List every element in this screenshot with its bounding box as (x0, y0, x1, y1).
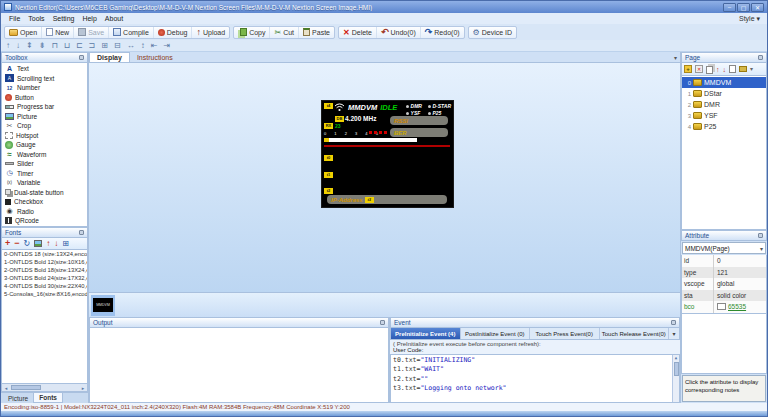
device-id-button[interactable]: Device ID (469, 27, 517, 38)
attribute-row-id[interactable]: id 0 (682, 255, 766, 267)
menu-setting[interactable]: Setting (49, 15, 79, 22)
delete-page-icon[interactable] (695, 65, 703, 73)
toolbox-item-picture[interactable]: Picture (2, 112, 87, 122)
color-swatch[interactable] (717, 303, 726, 310)
new-button[interactable]: New (42, 27, 74, 38)
attribute-row-type[interactable]: type 121 (682, 267, 766, 279)
component-badge[interactable]: t2 (324, 188, 333, 194)
redo-button[interactable]: Redo(0) (421, 27, 464, 38)
align-bottom-icon[interactable]: ⊔ (64, 42, 70, 50)
compile-button[interactable]: Compile (109, 27, 154, 38)
paste-button[interactable]: Paste (299, 27, 334, 38)
fonts-horizontal-scrollbar[interactable]: ◂ ▸ (1, 384, 88, 392)
pin-icon[interactable] (79, 230, 84, 235)
add-page-icon[interactable] (684, 65, 692, 73)
output-console[interactable] (89, 328, 389, 403)
toolbox-item-dual-state-button[interactable]: Dual-state button (2, 188, 87, 198)
maximize-button[interactable]: ▢ (737, 3, 750, 12)
toolbox-item-slider[interactable]: Slider (2, 159, 87, 169)
upload-button[interactable]: Upload (192, 27, 229, 38)
add-font-icon[interactable] (5, 239, 10, 248)
component-badge[interactable]: DB (335, 116, 344, 122)
scroll-left-icon[interactable]: ◂ (2, 385, 10, 391)
page-up-icon[interactable] (716, 66, 720, 73)
toolbox-item-crop[interactable]: Crop (2, 121, 87, 131)
toolbox-item-gauge[interactable]: Gauge (2, 140, 87, 150)
pin-icon[interactable] (671, 320, 676, 325)
send-back-icon[interactable]: ⇟ (39, 42, 46, 50)
design-canvas[interactable]: t4 MMDVM IDLE DMR D-STAR (89, 63, 680, 292)
toolbox-item-variable[interactable]: Variable (2, 178, 87, 188)
pin-icon[interactable] (380, 320, 385, 325)
bring-front-icon[interactable]: ⇞ (26, 42, 33, 50)
page-lock-icon[interactable] (739, 66, 747, 72)
page-item-dmr[interactable]: 2 DMR (682, 99, 766, 110)
align-v-center-icon[interactable]: ⇥ (163, 42, 170, 50)
insert-page-icon[interactable] (729, 65, 736, 73)
tab-instructions[interactable]: Instructions (130, 52, 180, 62)
page-item-ysf[interactable]: 3 YSF (682, 110, 766, 121)
component-badge[interactable]: t4 (324, 103, 333, 109)
copy-page-icon[interactable] (706, 66, 713, 74)
component-badge[interactable]: t1 (324, 172, 333, 178)
same-width-icon[interactable]: ⊟ (114, 42, 121, 50)
tab-display[interactable]: Display (89, 52, 130, 62)
tab-touch-release-event[interactable]: Touch Release Event(0) (600, 328, 670, 339)
tab-touch-press-event[interactable]: Touch Press Event(0) (530, 328, 600, 339)
scroll-right-icon[interactable]: ▸ (79, 385, 87, 391)
toolbox-item-progress-bar[interactable]: Progress bar (2, 102, 87, 112)
toolbox-item-qrcode[interactable]: QRcode (2, 216, 87, 226)
menu-about[interactable]: About (101, 15, 127, 22)
toolbox-item-checkbox[interactable]: Checkbox (2, 197, 87, 207)
attribute-row-vscope[interactable]: vscope global (682, 278, 766, 290)
delete-button[interactable]: Delete (339, 27, 377, 38)
font-list-item[interactable]: 3-ONTLDS Bold 24(size:17X32,encode:iso-8 (2, 275, 87, 283)
font-list-item[interactable]: 5-Consolas_16(size:8X16,encode:ascii,gat… (2, 291, 87, 299)
component-selector[interactable]: MMDVM(Page) ▾ (682, 242, 766, 254)
page-item-p25[interactable]: 4 P25 (682, 121, 766, 132)
attribute-row-bco[interactable]: bco 65535 (682, 301, 766, 313)
toolbox-item-waveform[interactable]: Waveform (2, 150, 87, 160)
font-list-item[interactable]: 0-ONTLDS 18 (size:13X24,encode:iso-8859 (2, 251, 87, 259)
event-code-editor[interactable]: t0.txt="INITIALIZING" t1.txt="WAIT" t2.t… (390, 354, 680, 403)
align-right-icon[interactable]: ⊐ (89, 42, 96, 50)
code-vertical-scrollbar[interactable]: ▲ (672, 355, 679, 402)
h-spacing-icon[interactable]: ↔ (127, 42, 135, 50)
menu-file[interactable]: File (5, 15, 24, 22)
move-down-icon[interactable]: ↓ (16, 42, 20, 50)
menu-help[interactable]: Help (78, 15, 100, 22)
refresh-font-icon[interactable] (24, 240, 31, 248)
toolbox-item-scrolling-text[interactable]: Scrolling text (2, 74, 87, 84)
page-down-icon[interactable] (723, 66, 727, 73)
toolbox-item-radio[interactable]: Radio (2, 207, 87, 217)
pin-icon[interactable] (758, 233, 763, 238)
close-button[interactable]: ✕ (751, 3, 764, 12)
page-menu-icon[interactable] (750, 66, 753, 72)
tab-preinitialize-event[interactable]: PreInitialize Event (4) (391, 328, 461, 339)
align-left-icon[interactable]: ⊏ (76, 42, 83, 50)
scroll-up-icon[interactable]: ▲ (675, 355, 677, 361)
font-grid-icon[interactable] (62, 240, 69, 248)
tab-fonts[interactable]: Fonts (33, 393, 63, 403)
copy-button[interactable]: Copy (234, 27, 270, 38)
component-badge[interactable]: RX (324, 123, 333, 129)
align-top-icon[interactable]: ⊓ (51, 42, 57, 50)
attribute-row-sta[interactable]: sta solid color (682, 290, 766, 302)
tab-overflow-icon[interactable]: ▾ (671, 52, 680, 62)
align-h-center-icon[interactable]: ⇤ (151, 42, 158, 50)
remove-font-icon[interactable] (14, 239, 19, 248)
toolbox-item-hotspot[interactable]: Hotspot (2, 131, 87, 141)
toolbox-item-button[interactable]: Button (2, 93, 87, 103)
font-list-item[interactable]: 4-ONTLDS Bold 30(size:22X40,encode:iso-8 (2, 283, 87, 291)
page-item-dstar[interactable]: 1 DStar (682, 88, 766, 99)
undo-button[interactable]: Undo(0) (377, 27, 421, 38)
scrollbar-thumb[interactable] (11, 385, 41, 390)
same-size-icon[interactable]: ⊞ (101, 42, 108, 50)
open-button[interactable]: Open (5, 27, 42, 38)
component-badge[interactable]: t0 (324, 155, 333, 161)
preview-font-icon[interactable] (34, 240, 42, 247)
event-tab-overflow-icon[interactable]: ▾ (669, 328, 679, 339)
page-thumbnail[interactable]: MMDVM (93, 298, 113, 312)
pin-icon[interactable] (758, 55, 763, 60)
font-list-item[interactable]: 2-ONTLDS Bold 18(size:13X24,encode:iso-8 (2, 267, 87, 275)
